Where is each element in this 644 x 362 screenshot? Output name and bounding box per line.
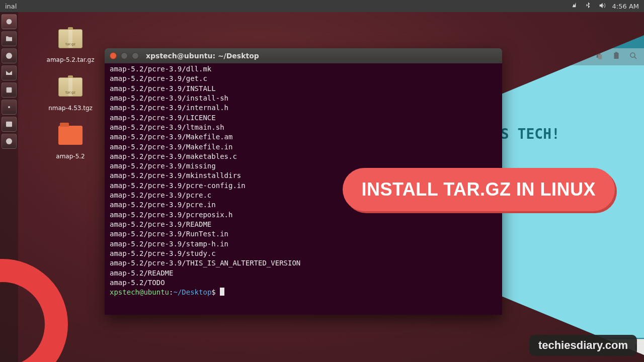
svg-point-0 bbox=[7, 19, 12, 25]
desktop-file-label: nmap-4.53.tgz bbox=[30, 105, 111, 112]
svg-point-12 bbox=[630, 53, 635, 57]
desktop: tar.gz amap-5.2.tar.gz tar.gz nmap-4.53.… bbox=[0, 12, 644, 362]
launcher-firefox[interactable] bbox=[2, 48, 17, 63]
svg-rect-2 bbox=[7, 87, 12, 93]
cut-icon[interactable] bbox=[578, 51, 587, 62]
editor-toolbar: lo bbox=[483, 48, 644, 65]
launcher-software[interactable] bbox=[2, 82, 17, 98]
launcher-files[interactable] bbox=[2, 31, 17, 46]
launcher-settings[interactable] bbox=[2, 100, 17, 115]
desktop-file[interactable]: tar.gz nmap-4.53.tgz bbox=[30, 77, 111, 112]
volume-icon[interactable] bbox=[598, 2, 606, 11]
decorative-circle bbox=[0, 259, 68, 362]
terminal-title: xpstech@ubuntu: ~/Desktop bbox=[146, 52, 259, 60]
top-menubar: inal 4:56 AM bbox=[0, 0, 644, 12]
network-icon[interactable] bbox=[570, 2, 578, 11]
status-syntax[interactable]: Plain Text▾ bbox=[466, 339, 517, 355]
launcher-mail[interactable] bbox=[2, 65, 17, 80]
archive-icon: tar.gz bbox=[58, 29, 83, 53]
svg-point-3 bbox=[8, 106, 10, 108]
watermark-badge: techiesdiary.com bbox=[529, 335, 637, 356]
desktop-file[interactable]: tar.gz amap-5.2.tar.gz bbox=[30, 29, 111, 63]
svg-rect-9 bbox=[598, 55, 602, 59]
svg-point-6 bbox=[579, 57, 581, 59]
folder-icon bbox=[58, 126, 83, 150]
banner-callout: Install tar.gz in Linux bbox=[343, 168, 615, 211]
desktop-file-label: amap-5.2 bbox=[30, 153, 111, 160]
app-menu-title[interactable]: inal bbox=[5, 3, 17, 10]
terminal-titlebar[interactable]: xpstech@ubuntu: ~/Desktop bbox=[105, 48, 502, 63]
copy-icon[interactable] bbox=[595, 51, 604, 62]
bluetooth-icon[interactable] bbox=[584, 2, 592, 11]
paste-icon[interactable] bbox=[612, 51, 621, 62]
desktop-file-label: amap-5.2.tar.gz bbox=[30, 56, 111, 63]
editor-visible-text: 'S TECH! bbox=[492, 126, 638, 142]
desktop-file[interactable]: amap-5.2 bbox=[30, 126, 111, 160]
clock-text[interactable]: 4:56 AM bbox=[612, 3, 639, 10]
svg-rect-4 bbox=[6, 122, 12, 127]
window-minimize-button[interactable] bbox=[121, 52, 128, 59]
launcher-terminal[interactable] bbox=[2, 117, 17, 132]
redo-icon[interactable] bbox=[560, 51, 570, 62]
svg-rect-10 bbox=[614, 53, 619, 59]
archive-icon: tar.gz bbox=[58, 77, 83, 102]
window-close-button[interactable] bbox=[110, 52, 117, 59]
svg-point-5 bbox=[6, 138, 12, 144]
launcher-help[interactable] bbox=[2, 134, 17, 149]
editor-redo-label: lo bbox=[546, 53, 552, 61]
svg-point-1 bbox=[6, 53, 12, 59]
launcher-dash[interactable] bbox=[2, 14, 17, 29]
svg-rect-11 bbox=[615, 52, 618, 54]
desktop-icon-grid: tar.gz amap-5.2.tar.gz tar.gz nmap-4.53.… bbox=[30, 26, 111, 174]
search-icon[interactable] bbox=[629, 51, 638, 62]
svg-point-7 bbox=[579, 53, 581, 54]
window-maximize-button[interactable] bbox=[132, 52, 139, 59]
